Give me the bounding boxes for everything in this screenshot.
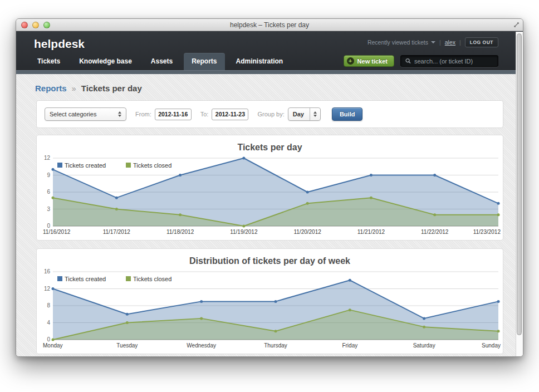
svg-text:16: 16 [44,268,51,275]
build-button[interactable]: Build [332,107,363,121]
minimize-button[interactable] [32,22,39,28]
svg-text:3: 3 [47,206,50,212]
svg-text:11/23/2012: 11/23/2012 [473,229,501,235]
report-filter-panel: Select categories From: To: Group by: Da… [36,100,503,128]
window-controls [21,22,50,28]
scrollbar-thumb[interactable] [517,33,522,335]
breadcrumb: Reports » Tickets per day [16,74,523,93]
svg-text:11/21/2012: 11/21/2012 [357,229,385,235]
plus-circle-icon: + [347,57,354,65]
svg-text:4: 4 [47,320,50,326]
logout-button[interactable]: LOG OUT [465,37,498,47]
new-ticket-label: New ticket [357,58,388,65]
svg-text:Thursday: Thursday [264,342,287,349]
chevron-down-icon [431,41,435,43]
tab-assets[interactable]: Assets [143,53,180,70]
separator: | [459,39,461,46]
to-date-input[interactable] [212,109,248,120]
svg-text:11/16/2012: 11/16/2012 [43,229,71,235]
to-label: To: [200,111,209,117]
window-title: helpdesk – Tickets per day [230,21,309,29]
nav-actions: + New ticket [344,55,498,70]
svg-text:Tickets closed: Tickets closed [133,162,171,169]
chart-title: Tickets per day [38,143,501,153]
svg-text:11/20/2012: 11/20/2012 [293,229,321,235]
titlebar: helpdesk – Tickets per day [16,19,523,31]
search-box [400,55,498,67]
svg-text:Friday: Friday [342,342,357,349]
user-menu: Recently viewed tickets | alex | LOG OUT [367,37,498,47]
svg-text:11/22/2012: 11/22/2012 [421,229,449,235]
svg-text:11/18/2012: 11/18/2012 [166,229,194,235]
svg-text:11/17/2012: 11/17/2012 [103,229,131,235]
tab-tickets[interactable]: Tickets [30,53,68,70]
scrollbar[interactable] [516,32,523,356]
app-logo[interactable]: helpdesk [34,37,85,51]
main-nav: Tickets Knowledge base Assets Reports Ad… [30,53,498,70]
close-button[interactable] [21,22,28,28]
app-window: helpdesk – Tickets per day helpdesk Rece… [16,18,523,357]
recently-viewed-label: Recently viewed tickets [367,39,428,46]
resize-icon[interactable] [513,21,520,28]
svg-text:0: 0 [47,336,50,342]
categories-select[interactable]: Select categories [45,107,126,121]
svg-text:Monday: Monday [43,342,63,349]
svg-text:12: 12 [44,286,51,292]
tab-administration[interactable]: Administration [228,53,291,70]
page-content: Reports » Tickets per day Select categor… [16,74,523,357]
svg-text:Tickets closed: Tickets closed [133,276,171,282]
group-by-select-value: Day [293,111,304,117]
svg-text:6: 6 [47,189,50,195]
recently-viewed-dropdown[interactable]: Recently viewed tickets [367,39,435,46]
app-header: helpdesk Recently viewed tickets | alex … [16,31,523,70]
from-label: From: [135,111,151,117]
svg-text:Wednesday: Wednesday [187,342,216,349]
header-divider-bar [16,70,523,74]
tab-reports[interactable]: Reports [184,53,224,70]
breadcrumb-reports-link[interactable]: Reports [35,84,67,93]
new-ticket-button[interactable]: + New ticket [344,55,394,67]
categories-select-value: Select categories [50,111,96,117]
svg-text:12: 12 [44,155,51,161]
area-chart-day-of-week: 0481216MondayTuesdayWednesdayThursdayFri… [38,267,501,351]
search-icon [405,58,411,64]
select-arrows-icon [313,111,317,117]
select-arrows-icon [118,111,121,117]
username-link[interactable]: alex [445,39,455,46]
separator: | [439,39,441,46]
svg-text:Tickets created: Tickets created [65,162,106,169]
svg-text:Tickets created: Tickets created [65,276,106,282]
svg-text:8: 8 [47,302,50,308]
group-by-label: Group by: [257,111,284,117]
svg-text:Saturday: Saturday [413,342,435,349]
chart-panel-day-of-week: Distribution of tickets per day of week … [36,248,503,354]
group-by-select[interactable]: Day [288,107,321,121]
chart-panel-tickets-per-day: Tickets per day 03691211/16/201211/17/20… [36,135,503,241]
page-title: Tickets per day [81,84,142,93]
search-input[interactable] [414,58,493,65]
svg-text:9: 9 [47,172,50,178]
svg-text:0: 0 [47,223,50,229]
select-stepper [310,108,320,120]
chart-title: Distribution of tickets per day of week [38,256,501,266]
svg-text:Tuesday: Tuesday [116,342,138,349]
svg-text:Sunday: Sunday [482,342,501,349]
tab-knowledge-base[interactable]: Knowledge base [71,53,140,70]
breadcrumb-separator: » [72,84,76,93]
from-date-input[interactable] [155,109,192,120]
svg-text:11/19/2012: 11/19/2012 [230,229,258,235]
area-chart-tickets-per-day: 03691211/16/201211/17/201211/18/201211/1… [38,154,501,237]
zoom-button[interactable] [43,22,50,28]
